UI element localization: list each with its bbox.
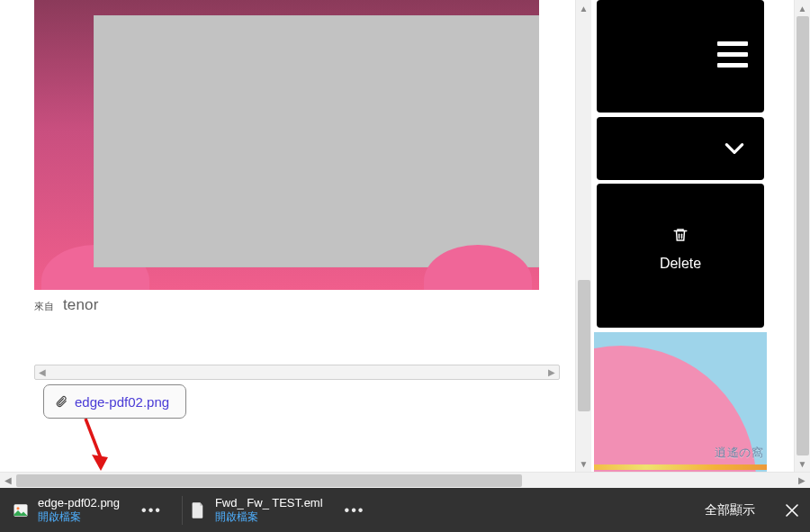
- image-file-icon: [13, 500, 29, 520]
- download-item-0-menu[interactable]: •••: [125, 502, 178, 518]
- banner-watermark: 逍遙の窩: [715, 445, 763, 461]
- source-prefix: 來自: [34, 301, 54, 311]
- delete-button[interactable]: Delete: [597, 227, 764, 272]
- page-scroll-down-icon[interactable]: ▼: [795, 455, 810, 472]
- content-horizontal-scrollbar[interactable]: ◀ ▶: [34, 365, 560, 380]
- source-name: tenor: [63, 296, 99, 313]
- download-filename: Fwd_ Fw_ TEST.eml: [215, 496, 323, 510]
- download-open-link[interactable]: 開啟檔案: [215, 510, 323, 524]
- download-filename: edge-pdf02.png: [38, 496, 120, 510]
- show-all-downloads-button[interactable]: 全部顯示: [693, 497, 767, 524]
- download-open-link[interactable]: 開啟檔案: [38, 510, 120, 524]
- embedded-gif[interactable]: [34, 0, 539, 290]
- generic-file-icon: [190, 500, 206, 520]
- annotation-arrow-icon: [78, 419, 114, 471]
- scroll-up-icon[interactable]: ▲: [576, 0, 591, 16]
- attachment-chip[interactable]: edge-pdf02.png: [43, 384, 186, 419]
- close-download-bar-button[interactable]: [774, 488, 810, 532]
- page-horizontal-scrollbar[interactable]: ◀ ▶: [0, 472, 810, 488]
- scroll-track[interactable]: [576, 16, 591, 455]
- scroll-left-icon[interactable]: ◀: [39, 368, 46, 377]
- download-item-1-menu[interactable]: •••: [328, 502, 382, 518]
- delete-label: Delete: [660, 256, 701, 272]
- content-viewport: 來自 tenor ◀ ▶ edge-pdf02.png: [2, 0, 574, 472]
- paperclip-icon: [55, 395, 68, 408]
- expand-toggle[interactable]: [723, 137, 746, 160]
- banner-strip: [594, 464, 767, 470]
- side-panel-delete: Delete: [597, 184, 764, 328]
- promo-banner[interactable]: 逍遙の窩: [594, 332, 767, 472]
- attachment-filename: edge-pdf02.png: [75, 394, 169, 410]
- page-vertical-scrollbar[interactable]: ▲ ▼: [794, 0, 810, 472]
- svg-marker-1: [92, 455, 108, 471]
- download-item-1[interactable]: Fwd_ Fw_ TEST.eml 開啟檔案: [186, 488, 328, 532]
- gif-placeholder: [94, 15, 539, 267]
- gif-source-line: 來自 tenor: [34, 296, 99, 315]
- scroll-thumb[interactable]: [578, 280, 590, 411]
- side-panel-mid: [597, 117, 764, 180]
- menu-button[interactable]: [717, 41, 748, 68]
- page-scroll-up-icon[interactable]: ▲: [795, 0, 810, 16]
- svg-line-0: [86, 419, 101, 458]
- scroll-down-icon[interactable]: ▼: [576, 455, 591, 472]
- page-scroll-thumb[interactable]: [796, 16, 809, 455]
- download-bar: edge-pdf02.png 開啟檔案 ••• Fwd_ Fw_ TEST.em…: [0, 488, 810, 532]
- page-scroll-right-icon[interactable]: ▶: [794, 473, 810, 488]
- content-vertical-scrollbar[interactable]: ▲ ▼: [575, 0, 591, 472]
- scroll-right-icon[interactable]: ▶: [548, 368, 555, 377]
- download-item-0[interactable]: edge-pdf02.png 開啟檔案: [9, 488, 125, 532]
- page-scroll-left-icon[interactable]: ◀: [0, 473, 16, 488]
- svg-point-3: [17, 507, 20, 509]
- side-panel-top: [597, 0, 764, 113]
- page-xscroll-thumb[interactable]: [16, 474, 522, 487]
- close-icon: [786, 504, 798, 517]
- trash-icon: [672, 227, 688, 243]
- download-separator: [182, 496, 183, 525]
